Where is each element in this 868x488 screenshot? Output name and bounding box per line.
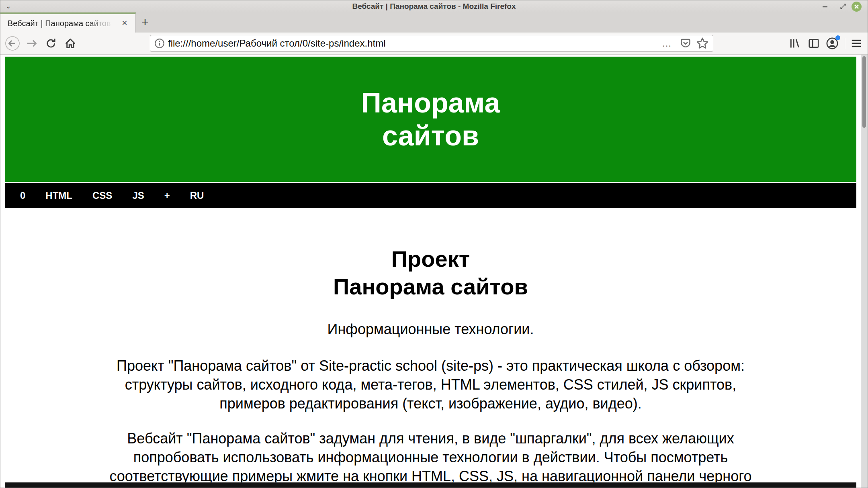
back-icon	[5, 36, 20, 51]
close-icon	[852, 2, 862, 12]
new-tab-button[interactable]: +	[136, 12, 154, 33]
close-button[interactable]	[850, 0, 863, 12]
window-menu-icon[interactable]: ⌄	[5, 1, 11, 11]
scrollbar-thumb[interactable]	[862, 56, 866, 128]
account-icon[interactable]	[825, 33, 839, 54]
reload-icon	[45, 38, 57, 49]
minimize-icon	[822, 3, 828, 10]
url-bar[interactable]: file:///home/user/Рабочий стол/0/site-ps…	[150, 35, 713, 52]
tab-close-icon[interactable]: ×	[118, 14, 131, 33]
navigation-toolbar: file:///home/user/Рабочий стол/0/site-ps…	[0, 33, 868, 55]
page-actions-icon[interactable]: …	[658, 35, 676, 51]
site-info-icon[interactable]	[154, 35, 165, 51]
nav-link-html[interactable]: HTML	[45, 190, 72, 201]
notification-dot	[835, 35, 840, 40]
hamburger-menu-icon[interactable]	[849, 33, 864, 54]
site-nav: 0 HTML CSS JS + RU	[5, 183, 856, 208]
paragraph-2: Вебсайт "Панорама сайтов" задуман для чт…	[5, 429, 856, 486]
window-title: Вебсайт | Панорама сайтов - Mozilla Fire…	[121, 0, 747, 12]
forward-button[interactable]	[25, 33, 39, 54]
tab-title: Вебсайт | Панорама сайтов	[8, 14, 117, 33]
nav-link-0[interactable]: 0	[20, 190, 25, 201]
page-viewport: Панорама сайтов 0 HTML CSS JS + RU Проек…	[0, 55, 868, 488]
forward-icon	[26, 38, 37, 49]
page-heading: Проект Панорама сайтов	[5, 245, 856, 300]
next-section-strip	[5, 482, 856, 488]
sidebar-icon[interactable]	[807, 33, 821, 54]
page-subtitle: Информационные технологии.	[5, 320, 856, 339]
nav-link-ru[interactable]: RU	[190, 190, 204, 201]
minimize-button[interactable]	[819, 0, 831, 12]
restore-icon	[839, 3, 847, 10]
web-page: Панорама сайтов 0 HTML CSS JS + RU Проек…	[5, 55, 856, 486]
back-button[interactable]	[4, 33, 20, 54]
pocket-icon[interactable]	[678, 35, 694, 51]
toolbar-divider	[845, 38, 845, 49]
url-text: file:///home/user/Рабочий стол/0/site-ps…	[168, 35, 386, 51]
nav-link-plus[interactable]: +	[164, 190, 170, 201]
site-title: Панорама сайтов	[361, 86, 500, 152]
paragraph-1: Проект "Панорама сайтов" от Site-practic…	[5, 356, 856, 413]
home-icon	[64, 37, 76, 49]
firefox-window: ⌄ Вебсайт | Панорама сайтов - Mozilla Fi…	[0, 0, 868, 488]
restore-button[interactable]	[837, 0, 850, 12]
home-button[interactable]	[63, 33, 78, 54]
main-content: Проект Панорама сайтов Информационные те…	[5, 245, 856, 486]
bookmark-star-icon[interactable]	[694, 35, 710, 51]
reload-button[interactable]	[44, 33, 58, 54]
site-header: Панорама сайтов	[5, 57, 856, 182]
tab[interactable]: Вебсайт | Панорама сайтов ×	[0, 12, 136, 33]
nav-link-css[interactable]: CSS	[92, 190, 112, 201]
nav-link-js[interactable]: JS	[132, 190, 144, 201]
scrollbar[interactable]	[861, 55, 868, 488]
library-icon[interactable]	[788, 33, 802, 54]
window-titlebar: ⌄ Вебсайт | Панорама сайтов - Mozilla Fi…	[0, 0, 868, 12]
tab-bar: Вебсайт | Панорама сайтов × +	[0, 12, 868, 33]
